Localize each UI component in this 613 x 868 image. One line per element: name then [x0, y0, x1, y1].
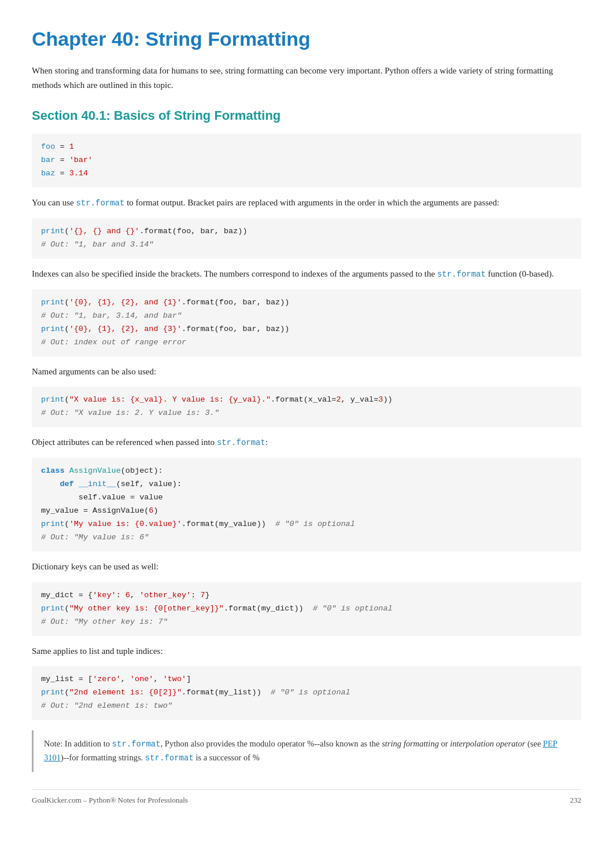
- para5: Dictionary keys can be used as well:: [32, 560, 581, 574]
- code-block-1: foo = 1 bar = 'bar' baz = 3.14: [32, 134, 581, 187]
- footer-right: 232: [570, 795, 582, 807]
- inline-code-3: str.format: [217, 438, 265, 447]
- code-block-5: class AssignValue(object): def __init__(…: [32, 458, 581, 551]
- note-text-5: )--for formatting strings.: [61, 753, 145, 762]
- note-text-4: (see: [525, 739, 543, 748]
- code-block-2: print('{}, {} and {}'.format(foo, bar, b…: [32, 218, 581, 259]
- section-title: Section 40.1: Basics of String Formattin…: [32, 105, 581, 126]
- note-italic-1: string formatting: [382, 739, 439, 748]
- footer-left: GoalKicker.com – Python® Notes for Profe…: [32, 795, 188, 807]
- para1: You can use str.format to format output.…: [32, 196, 581, 210]
- note-text-1: Note: In addition to: [44, 739, 112, 748]
- note-text-6: is a successor of %: [194, 753, 260, 762]
- para4: Object attributes can be referenced when…: [32, 435, 581, 450]
- code-block-3: print('{0}, {1}, {2}, and {1}'.format(fo…: [32, 289, 581, 356]
- para2: Indexes can also be specified inside the…: [32, 267, 581, 281]
- note-box: Note: In addition to str.format, Python …: [32, 730, 581, 772]
- note-inline-code-1: str.format: [112, 740, 161, 749]
- note-italic-2: interpolation operator: [450, 739, 525, 748]
- note-inline-code-2: str.format: [145, 753, 194, 763]
- inline-code-1: str.format: [76, 198, 124, 208]
- para6: Same applies to list and tuple indices:: [32, 644, 581, 659]
- note-text-2: , Python also provides the modulo operat…: [161, 739, 382, 748]
- para3: Named arguments can be also used:: [32, 365, 581, 379]
- code-block-4: print("X value is: {x_val}. Y value is: …: [32, 387, 581, 427]
- footer: GoalKicker.com – Python® Notes for Profe…: [32, 789, 581, 807]
- code-block-6: my_dict = {'key': 6, 'other_key': 7} pri…: [32, 582, 581, 636]
- inline-code-2: str.format: [437, 270, 486, 279]
- note-text-3: or: [439, 739, 450, 748]
- code-block-7: my_list = ['zero', 'one', 'two'] print("…: [32, 666, 581, 720]
- intro-paragraph: When storing and transforming data for h…: [32, 64, 581, 93]
- chapter-title: Chapter 40: String Formatting: [32, 23, 581, 54]
